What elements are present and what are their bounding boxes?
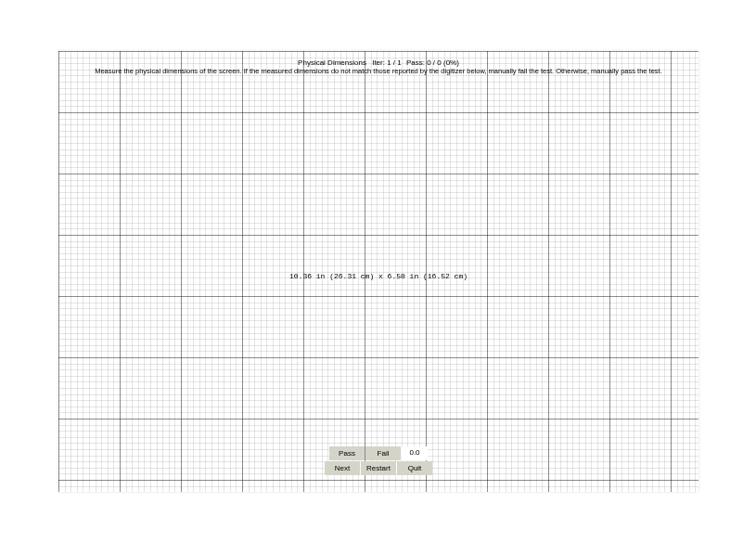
- test-title: Physical Dimensions: [298, 58, 366, 67]
- fail-button[interactable]: Fail: [365, 446, 401, 460]
- value-display: 0.0: [402, 446, 428, 460]
- instructions-text: Measure the physical dimensions of the s…: [58, 67, 698, 75]
- control-panel: Pass Fail 0.0 Next Restart Quit: [58, 446, 698, 475]
- dimensions-readout: 10.36 in (26.31 cm) x 6.50 in (16.52 cm): [58, 272, 698, 280]
- restart-button[interactable]: Restart: [361, 461, 396, 475]
- pass-count-label: Pass: 0 / 0 (0%): [406, 58, 459, 67]
- header-line: Physical Dimensions Iter: 1 / 1 Pass: 0 …: [58, 58, 698, 67]
- next-button[interactable]: Next: [325, 461, 360, 475]
- control-row-1: Pass Fail 0.0: [329, 446, 428, 460]
- iteration-label: Iter: 1 / 1: [372, 58, 402, 67]
- control-row-2: Next Restart Quit: [325, 461, 432, 475]
- quit-button[interactable]: Quit: [397, 461, 432, 475]
- test-page: Physical Dimensions Iter: 1 / 1 Pass: 0 …: [58, 51, 698, 492]
- pass-button[interactable]: Pass: [329, 446, 365, 460]
